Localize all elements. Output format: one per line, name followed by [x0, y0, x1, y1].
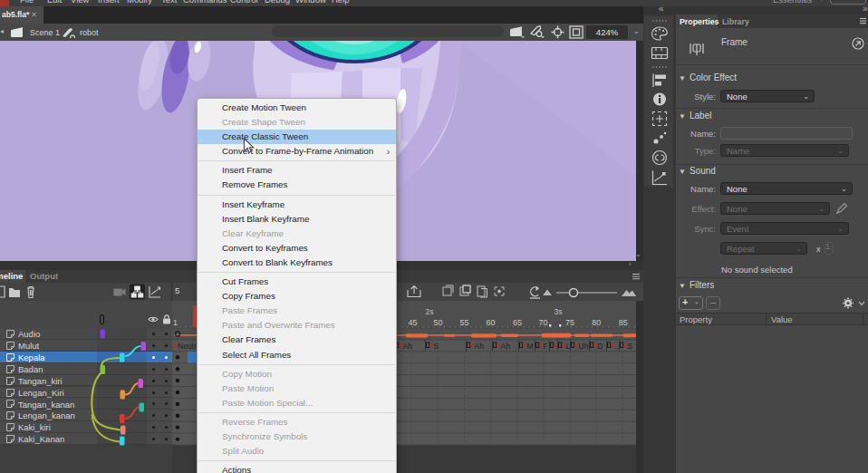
svg-text:85: 85 [619, 318, 628, 327]
svg-text:50: 50 [433, 318, 442, 327]
svg-text:75: 75 [565, 318, 574, 327]
svg-text:65: 65 [513, 318, 522, 327]
svg-text:D: D [598, 342, 603, 351]
svg-text:S: S [434, 342, 439, 351]
svg-text:2s: 2s [426, 307, 434, 316]
svg-text:Neutr: Neutr [178, 342, 197, 351]
svg-text:Ah: Ah [403, 342, 413, 351]
svg-text:3s: 3s [555, 307, 563, 316]
svg-text:60: 60 [486, 318, 495, 327]
svg-text:55: 55 [459, 318, 468, 327]
svg-text:..: .. [615, 342, 620, 351]
svg-text:45: 45 [408, 318, 417, 327]
svg-text:1: 1 [173, 318, 178, 327]
svg-text:Ah: Ah [501, 342, 511, 351]
svg-text:M: M [527, 342, 534, 351]
svg-text:Ah: Ah [475, 342, 485, 351]
svg-text:F: F [544, 342, 548, 351]
svg-text:S: S [628, 342, 633, 351]
svg-text:70: 70 [539, 318, 548, 327]
svg-text:80: 80 [592, 318, 601, 327]
svg-text:L: L [566, 342, 571, 351]
svg-text:Uh: Uh [579, 342, 589, 351]
